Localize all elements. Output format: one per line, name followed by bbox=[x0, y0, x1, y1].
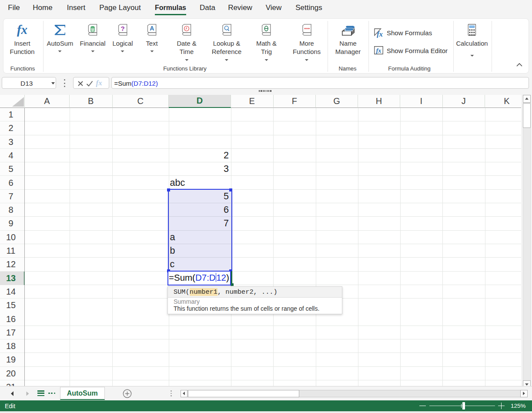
svg-text:fx: fx bbox=[377, 30, 383, 38]
svg-text:A: A bbox=[150, 25, 154, 32]
svg-text:?: ? bbox=[121, 25, 125, 32]
svg-text:fx: fx bbox=[376, 47, 381, 54]
